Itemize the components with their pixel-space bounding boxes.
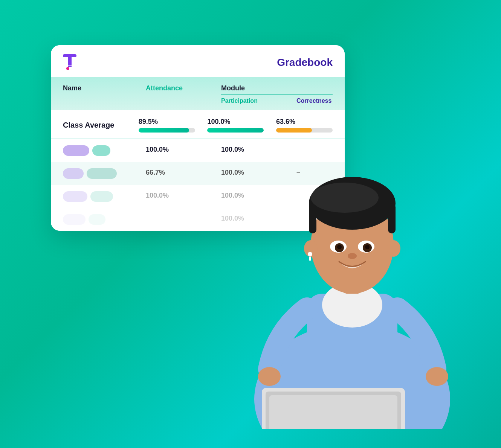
person-overlay [232,105,473,429]
svg-rect-11 [388,203,396,233]
name-pill-teal [90,191,113,202]
attendance-cell-4 [146,218,221,221]
col-participation-header: Participation [221,98,296,104]
col-attendance-header: Attendance [146,84,221,110]
svg-rect-22 [309,256,311,261]
name-pill-purple [63,214,86,225]
page-title: Gradebook [277,56,333,69]
logo [63,54,76,71]
svg-point-18 [365,245,370,249]
attendance-value-avg: 89.5% [139,118,208,126]
attendance-progress-bg-avg [139,128,195,133]
class-average-label: Class Average [63,121,139,130]
name-pill-purple [63,168,84,179]
row-name-cell [63,214,146,225]
row-name-cell [63,168,146,179]
svg-point-3 [66,67,69,70]
svg-rect-2 [68,66,72,67]
svg-rect-0 [63,54,76,57]
scene: Gradebook Name Attendance Module Partici… [43,26,458,422]
attendance-value-2: 66.7% [146,169,221,177]
col-module-header: Module [221,84,333,94]
name-pill-teal [89,214,105,225]
attendance-cell-2: 66.7% [146,169,221,179]
svg-point-12 [311,183,379,213]
attendance-cell-avg: 89.5% [139,118,208,133]
col-name-header: Name [63,84,146,110]
attendance-value-1: 100.0% [146,146,221,154]
svg-point-23 [387,240,400,257]
card-header: Gradebook [51,45,345,77]
col-correctness-header: Correctness [296,98,333,104]
row-name-cell [63,191,146,202]
svg-rect-1 [68,57,72,65]
svg-point-24 [258,367,281,386]
attendance-cell-3: 100.0% [146,192,221,202]
attendance-progress-fill-avg [139,128,189,133]
name-pill-purple [63,191,87,202]
name-pill-teal [92,145,110,156]
attendance-value-3: 100.0% [146,192,221,200]
attendance-cell-1: 100.0% [146,146,221,156]
svg-point-19 [348,253,357,259]
name-pill-teal [87,168,117,179]
svg-point-21 [308,252,312,256]
svg-point-17 [337,245,342,249]
svg-rect-28 [269,395,397,429]
svg-rect-10 [309,203,316,233]
row-name-cell [63,145,146,156]
svg-point-25 [426,367,448,386]
name-pill-purple [63,145,89,156]
